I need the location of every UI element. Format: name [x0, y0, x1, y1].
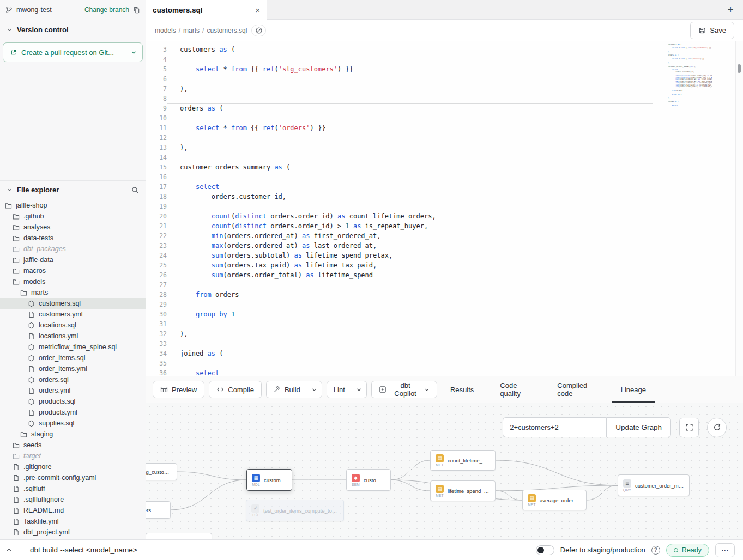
- copy-icon[interactable]: [133, 7, 140, 14]
- search-icon[interactable]: [131, 186, 139, 194]
- code-line-30[interactable]: 30 group by 1: [146, 309, 743, 319]
- build-button[interactable]: Build: [267, 381, 307, 398]
- code-line-18[interactable]: 18 orders.customer_id,: [146, 192, 743, 202]
- code-line-17[interactable]: 17 select: [146, 182, 743, 192]
- code-line-21[interactable]: 21 count(distinct orders.order_id) > 1 a…: [146, 221, 743, 231]
- tree-file-orders.yml[interactable]: orders.yml: [0, 385, 146, 396]
- tree-file-.gitignore[interactable]: .gitignore: [0, 461, 146, 472]
- code-line-34[interactable]: 34joined as (: [146, 349, 743, 358]
- chevron-down-icon[interactable]: [7, 187, 13, 193]
- code-line-8[interactable]: 8: [146, 94, 743, 104]
- lineage-node-customers_mdl[interactable]: ▦MDLcustomers: [246, 469, 292, 491]
- fullscreen-button[interactable]: [679, 418, 699, 437]
- tree-file-products.yml[interactable]: products.yml: [0, 407, 146, 418]
- close-tab-icon[interactable]: ×: [255, 5, 260, 15]
- scrollbar-thumb[interactable]: [738, 64, 741, 73]
- tree-folder-models[interactable]: models: [0, 276, 146, 287]
- version-control-header[interactable]: Version control: [0, 20, 146, 38]
- code-line-19[interactable]: 19: [146, 202, 743, 211]
- lineage-node-stg_customers[interactable]: ▦MDLstg_customers: [146, 463, 177, 480]
- tree-folder-seeds[interactable]: seeds: [0, 440, 146, 451]
- code-line-24[interactable]: 24 sum(orders.subtotal) as lifetime_spen…: [146, 251, 743, 260]
- code-line-3[interactable]: 3customers as (: [146, 45, 743, 54]
- lineage-node-average_order_value[interactable]: ▤METaverage_order_value: [522, 490, 587, 510]
- lineage-node-test_order_items[interactable]: ✓TSTtest_order_items_compute_to_bools...: [246, 500, 344, 521]
- tree-folder-analyses[interactable]: analyses: [0, 222, 146, 233]
- help-icon[interactable]: ?: [651, 546, 660, 555]
- update-graph-button[interactable]: Update Graph: [606, 417, 671, 437]
- file-explorer-header[interactable]: File explorer: [0, 181, 146, 197]
- lineage-selector-input[interactable]: [503, 417, 606, 437]
- code-line-25[interactable]: 25 sum(orders.tax_paid) as lifetime_tax_…: [146, 260, 743, 270]
- code-line-29[interactable]: 29: [146, 300, 743, 309]
- code-line-33[interactable]: 33: [146, 339, 743, 349]
- more-options-button[interactable]: ⋯: [715, 543, 735, 557]
- lineage-node-count_lifetime_orders[interactable]: ▤METcount_lifetime_orders: [430, 450, 496, 471]
- code-line-27[interactable]: 27: [146, 280, 743, 290]
- tree-file-locations.sql[interactable]: locations.sql: [0, 320, 146, 331]
- editor-scrollbar[interactable]: [735, 41, 743, 376]
- tree-file-order_items.sql[interactable]: order_items.sql: [0, 352, 146, 363]
- create-pr-dropdown[interactable]: [125, 43, 142, 62]
- breadcrumb-item-customers.sql[interactable]: customers.sql: [207, 27, 247, 34]
- tree-folder-target[interactable]: target: [0, 451, 146, 461]
- code-line-20[interactable]: 20 count(distinct orders.order_id) as co…: [146, 211, 743, 221]
- breadcrumb-item-models[interactable]: models: [155, 27, 176, 34]
- lineage-panel[interactable]: ▦MDLstg_customers▦MDLorders▦MDLcustomers…: [146, 403, 743, 539]
- code-line-28[interactable]: 28 from orders: [146, 290, 743, 300]
- change-branch-link[interactable]: Change branch: [84, 6, 129, 14]
- create-pr-button[interactable]: Create a pull request on Git...: [3, 42, 143, 62]
- code-line-7[interactable]: 7),: [146, 84, 743, 94]
- lint-dropdown[interactable]: [352, 381, 366, 398]
- minimap[interactable]: customers as ( select * from {{ ref('stg…: [668, 44, 712, 106]
- tree-folder-jaffle-data[interactable]: jaffle-data: [0, 254, 146, 265]
- tree-folder-.github[interactable]: .github: [0, 211, 146, 222]
- lineage-node-customer_order_metrics[interactable]: ≣QRYcustomer_order_metrics: [618, 474, 690, 496]
- defer-toggle[interactable]: [536, 545, 554, 555]
- code-line-15[interactable]: 15customer_orders_summary as (: [146, 162, 743, 172]
- compile-button[interactable]: Compile: [209, 381, 262, 398]
- tree-file-order_items.yml[interactable]: order_items.yml: [0, 363, 146, 374]
- breadcrumb-item-marts[interactable]: marts: [183, 27, 200, 34]
- tree-file-customers.sql[interactable]: customers.sql: [0, 298, 146, 309]
- tree-file-dbt_project.yml[interactable]: dbt_project.yml: [0, 527, 146, 538]
- code-line-16[interactable]: 16: [146, 172, 743, 182]
- code-line-4[interactable]: 4: [146, 54, 743, 64]
- code-line-14[interactable]: 14: [146, 153, 743, 162]
- code-line-32[interactable]: 32),: [146, 329, 743, 339]
- tree-file-orders.sql[interactable]: orders.sql: [0, 374, 146, 385]
- lint-button[interactable]: Lint: [327, 381, 352, 398]
- tree-folder-dbt_packages[interactable]: dbt_packages: [0, 244, 146, 254]
- tree-folder-macros[interactable]: macros: [0, 265, 146, 276]
- save-button[interactable]: Save: [690, 22, 734, 39]
- code-line-6[interactable]: 6: [146, 74, 743, 84]
- tree-folder-staging[interactable]: staging: [0, 429, 146, 440]
- toggle-compiled-button[interactable]: [251, 25, 266, 36]
- lineage-node-customers_sem[interactable]: ◆SEMcustomers: [346, 469, 391, 491]
- panel-tab-results[interactable]: Results: [442, 376, 482, 403]
- build-dropdown[interactable]: [307, 381, 322, 398]
- preview-button[interactable]: Preview: [153, 381, 204, 398]
- code-line-22[interactable]: 22 min(orders.ordered_at) as first_order…: [146, 231, 743, 241]
- tree-file-supplies.sql[interactable]: supplies.sql: [0, 418, 146, 429]
- code-line-36[interactable]: 36 select: [146, 368, 743, 376]
- tree-file-.pre-commit-config.yaml[interactable]: .pre-commit-config.yaml: [0, 472, 146, 483]
- tree-file-Taskfile.yml[interactable]: Taskfile.yml: [0, 516, 146, 527]
- tree-folder-data-tests[interactable]: data-tests: [0, 233, 146, 244]
- lineage-node-orders[interactable]: ▦MDLorders: [146, 501, 171, 519]
- tree-file-.sqlfluff[interactable]: .sqlfluff: [0, 483, 146, 494]
- tree-file-metricflow_time_spine.sql[interactable]: metricflow_time_spine.sql: [0, 342, 146, 352]
- code-editor[interactable]: 3customers as (45 select * from {{ ref('…: [146, 41, 743, 376]
- tree-file-locations.yml[interactable]: locations.yml: [0, 331, 146, 342]
- code-line-5[interactable]: 5 select * from {{ ref('stg_customers') …: [146, 64, 743, 74]
- code-line-31[interactable]: 31: [146, 319, 743, 329]
- code-line-11[interactable]: 11 select * from {{ ref('orders') }}: [146, 123, 743, 133]
- code-line-10[interactable]: 10: [146, 113, 743, 123]
- tree-file-README.md[interactable]: README.md: [0, 505, 146, 516]
- code-line-26[interactable]: 26 sum(orders.order_total) as lifetime_s…: [146, 270, 743, 280]
- code-line-35[interactable]: 35: [146, 358, 743, 368]
- tree-file-.sqlfluffignore[interactable]: .sqlfluffignore: [0, 494, 146, 505]
- chevron-up-icon[interactable]: [5, 546, 13, 553]
- lineage-node-partial_bottom[interactable]: [146, 533, 212, 539]
- refresh-button[interactable]: [707, 418, 727, 437]
